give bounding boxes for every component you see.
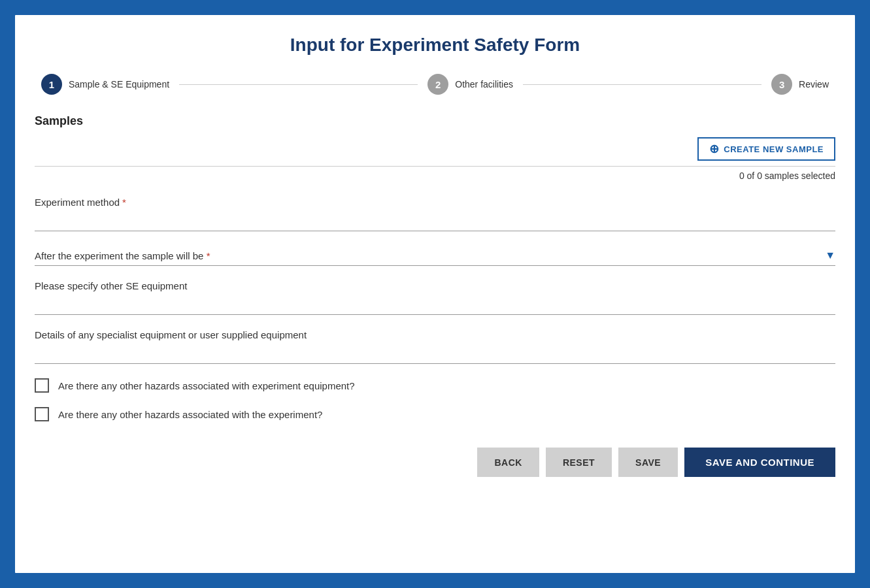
sample-after-label: After the experiment the sample will be …: [35, 250, 825, 261]
checkbox-hazards-equipment-label: Are there any other hazards associated w…: [58, 380, 355, 391]
page-title: Input for Experiment Safety Form: [35, 35, 835, 56]
sample-after-dropdown[interactable]: After the experiment the sample will be …: [35, 246, 835, 266]
checkbox-hazards-equipment[interactable]: [35, 378, 49, 393]
sample-after-required: *: [207, 250, 210, 261]
specialist-equipment-field: Details of any specialist equipment or u…: [35, 329, 835, 364]
experiment-method-input[interactable]: [35, 212, 835, 231]
step-3-circle: 3: [771, 74, 792, 95]
sample-after-field: After the experiment the sample will be …: [35, 246, 835, 266]
main-container: Input for Experiment Safety Form 1 Sampl…: [13, 13, 857, 575]
checkbox-hazards-experiment-row: Are there any other hazards associated w…: [35, 407, 835, 421]
other-se-equipment-field: Please specify other SE equipment: [35, 280, 835, 315]
create-new-sample-button[interactable]: ⊕ CREATE NEW SAMPLE: [697, 137, 835, 161]
samples-count: 0 of 0 samples selected: [35, 171, 835, 181]
step-2-circle: 2: [427, 74, 448, 95]
checkbox-hazards-experiment-label: Are there any other hazards associated w…: [58, 409, 322, 420]
reset-button[interactable]: RESET: [546, 448, 612, 477]
checkbox-hazards-experiment[interactable]: [35, 407, 49, 421]
experiment-method-field: Experiment method *: [35, 197, 835, 231]
back-button[interactable]: BACK: [477, 448, 539, 477]
samples-title: Samples: [35, 114, 835, 128]
specialist-equipment-input[interactable]: [35, 344, 835, 364]
step-1-label: Sample & SE Equipment: [69, 79, 169, 90]
step-line-1: [179, 84, 418, 85]
save-button[interactable]: SAVE: [618, 448, 678, 477]
step-2: 2 Other facilities: [427, 74, 513, 95]
specialist-equipment-label: Details of any specialist equipment or u…: [35, 329, 835, 340]
other-se-equipment-input[interactable]: [35, 295, 835, 315]
step-1: 1 Sample & SE Equipment: [41, 74, 169, 95]
step-3-label: Review: [799, 79, 829, 90]
plus-icon: ⊕: [709, 143, 720, 155]
samples-section: Samples ⊕ CREATE NEW SAMPLE 0 of 0 sampl…: [35, 114, 835, 181]
other-se-equipment-label: Please specify other SE equipment: [35, 280, 835, 291]
step-line-2: [523, 84, 761, 85]
step-1-circle: 1: [41, 74, 62, 95]
step-2-label: Other facilities: [455, 79, 513, 90]
checkbox-hazards-equipment-row: Are there any other hazards associated w…: [35, 378, 835, 393]
experiment-method-label: Experiment method *: [35, 197, 835, 208]
samples-divider: [35, 166, 835, 167]
save-and-continue-button[interactable]: SAVE AND CONTINUE: [684, 448, 835, 477]
stepper: 1 Sample & SE Equipment 2 Other faciliti…: [35, 74, 835, 95]
footer: BACK RESET SAVE SAVE AND CONTINUE: [35, 441, 835, 477]
step-3: 3 Review: [771, 74, 829, 95]
chevron-down-icon: ▼: [825, 250, 835, 261]
experiment-method-required: *: [122, 197, 126, 208]
